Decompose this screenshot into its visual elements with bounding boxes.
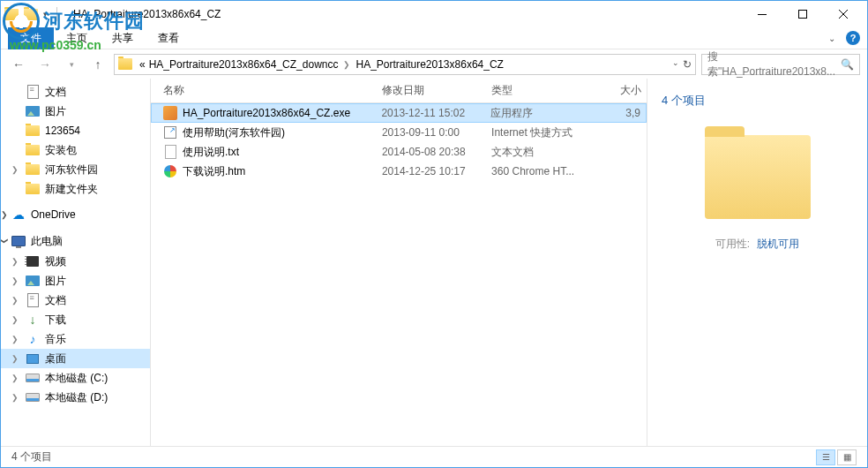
navitem-label: 新建文件夹 [45,182,98,197]
navitem-label: 下载 [45,313,66,328]
column-header-name[interactable]: 名称 [158,83,377,98]
navitem-label: 123654 [45,125,80,137]
column-header-size[interactable]: 大小 [595,83,647,98]
navitem-folder[interactable]: ❯河东软件园 [1,160,150,179]
navitem-label: OneDrive [31,208,76,221]
nav-recent-dropdown[interactable]: ▾ [61,54,82,75]
nav-forward-button[interactable]: → [34,54,56,75]
close-button[interactable] [823,1,864,27]
file-date: 2013-09-11 0:00 [377,126,486,139]
navitem-label: 本地磁盘 (D:) [45,390,108,405]
file-row[interactable]: HA_Portraiture2013x86x64_CZ.exe2013-12-1… [151,103,647,123]
details-title: 4 个项目 [662,93,706,109]
qat-dropdown-icon[interactable]: ▾ [43,10,48,19]
thispc-icon [11,236,26,246]
file-date: 2014-12-25 10:17 [377,165,486,177]
svg-rect-0 [758,14,767,15]
navitem-music[interactable]: ❯♪音乐 [1,329,150,349]
help-icon[interactable]: ? [846,31,860,45]
navitem-label: 文档 [45,293,66,308]
ribbon-tab-share[interactable]: 共享 [100,27,146,49]
navitem-pictures[interactable]: 图片 [1,102,150,121]
expand-icon[interactable]: ❯ [1,210,8,219]
navitem-drive-d[interactable]: ❯本地磁盘 (D:) [1,388,150,407]
navitem-label: 此电脑 [31,234,63,249]
expand-icon[interactable]: ❯ [11,315,19,324]
maximize-button[interactable] [782,1,823,27]
navitem-label: 音乐 [45,332,66,347]
file-row[interactable]: 使用帮助(河东软件园)2013-09-11 0:00Internet 快捷方式 [151,123,647,142]
search-icon[interactable]: 🔍 [841,58,854,71]
navitem-drive-c[interactable]: ❯本地磁盘 (C:) [1,368,150,388]
minimize-button[interactable] [742,1,782,27]
ribbon-tab-view[interactable]: 查看 [146,27,191,49]
search-input[interactable]: 搜索"HA_Portraiture2013x8... 🔍 [701,54,860,75]
drive-icon [26,393,40,402]
navitem-label: 图片 [45,274,66,289]
navitem-downloads[interactable]: ❯↓下载 [1,310,150,329]
addressbar[interactable]: « HA_Portraiture2013x86x64_CZ_downcc ❯ H… [114,54,696,75]
availability-value: 脱机可用 [757,237,799,252]
file-type: Internet 快捷方式 [486,125,595,140]
file-list-body[interactable]: HA_Portraiture2013x86x64_CZ.exe2013-12-1… [151,103,647,446]
qat-open-icon[interactable] [24,9,38,20]
navitem-label: 河东软件园 [45,162,98,177]
titlebar: ▾ HA_Portraiture2013x86x64_CZ [1,1,867,27]
ribbon-tab-file[interactable]: 文件 [8,27,54,49]
expand-icon[interactable]: ❯ [11,393,19,402]
expand-icon[interactable]: ❯ [11,374,19,382]
file-row[interactable]: 使用说明.txt2014-05-08 20:38文本文档 [151,142,647,162]
file-date: 2013-12-11 15:02 [376,107,485,119]
navitem-documents[interactable]: 文档 [1,82,150,102]
expand-icon[interactable]: ❯ [11,257,19,266]
expand-icon[interactable]: ❯ [11,296,19,305]
breadcrumb-item[interactable]: HA_Portraiture2013x86x64_CZ [354,58,505,71]
file-name: 使用帮助(河东软件园) [183,125,285,140]
navitem-folder[interactable]: 安装包 [1,140,150,160]
navitem-folder[interactable]: 123654 [1,121,150,140]
onedrive-icon: ☁ [11,208,26,222]
addressbar-dropdown-icon[interactable]: ⌄ [672,58,679,71]
url-icon [164,126,176,139]
exe-icon [163,106,177,120]
expand-icon[interactable]: ❯ [11,276,19,285]
expand-icon[interactable]: ❯ [11,335,19,343]
file-name: 下载说明.htm [183,164,245,179]
chevron-right-icon[interactable]: ❯ [340,60,354,69]
addressbar-folder-icon [118,58,132,70]
svg-rect-1 [799,11,807,19]
file-name: HA_Portraiture2013x86x64_CZ.exe [183,107,350,119]
breadcrumb-item[interactable]: HA_Portraiture2013x86x64_CZ_downcc [147,58,340,71]
navitem-folder[interactable]: 新建文件夹 [1,179,150,199]
view-details-button[interactable]: ☰ [816,449,835,465]
navigation-pane[interactable]: 文档 图片 123654 安装包 ❯河东软件园 新建文件夹 ❯☁OneDrive… [1,79,151,446]
file-row[interactable]: 下载说明.htm2014-12-25 10:17360 Chrome HT... [151,162,647,181]
navitem-videos[interactable]: ❯视频 [1,252,150,271]
expand-icon[interactable]: ❯ [11,165,19,174]
statusbar: 4 个项目 ☰ ▦ [1,446,867,467]
navgroup-onedrive[interactable]: ❯☁OneDrive [1,204,150,225]
nav-up-button[interactable]: ↑ [87,54,108,75]
column-header-date[interactable]: 修改日期 [377,83,486,98]
navitem-label: 本地磁盘 (C:) [45,371,108,386]
navgroup-thispc[interactable]: ❯此电脑 [1,230,150,252]
details-pane: 4 个项目 可用性: 脱机可用 [647,79,867,446]
navitem-pictures[interactable]: ❯图片 [1,271,150,291]
file-type: 360 Chrome HT... [486,165,595,177]
refresh-icon[interactable]: ↻ [683,58,692,71]
window-icon[interactable] [4,9,19,20]
column-headers: 名称 修改日期 类型 大小 [151,79,647,103]
column-header-type[interactable]: 类型 [486,83,595,98]
view-icons-button[interactable]: ▦ [837,449,857,465]
ribbon-tab-home[interactable]: 主页 [54,27,100,49]
expand-icon[interactable]: ❯ [11,354,19,363]
breadcrumb-prefix[interactable]: « [138,58,147,71]
file-name: 使用说明.txt [183,145,239,160]
navitem-label: 文档 [45,85,66,100]
navitem-documents[interactable]: ❯文档 [1,291,150,310]
nav-back-button[interactable]: ← [8,54,29,75]
navitem-desktop[interactable]: ❯桌面 [1,349,150,368]
ribbon-expand-icon[interactable]: ⌄ [828,34,835,43]
desktop-icon [26,354,39,364]
expand-icon[interactable]: ❯ [1,238,9,245]
